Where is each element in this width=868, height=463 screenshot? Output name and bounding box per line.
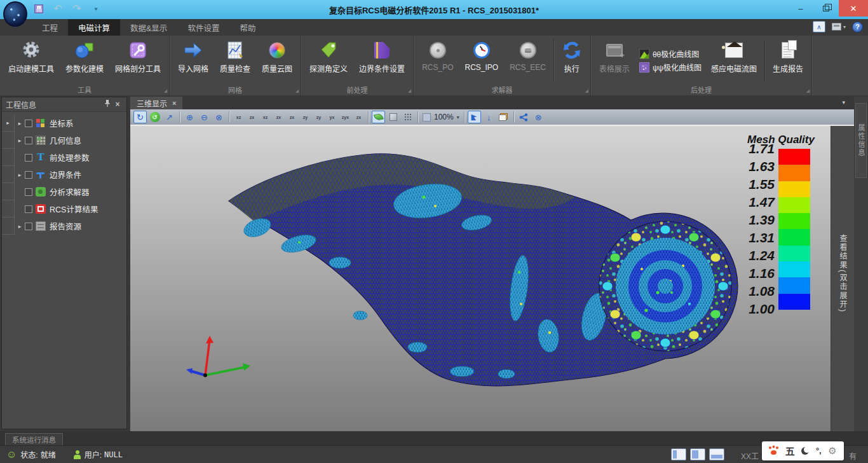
dialog-launcher-icon[interactable]: ◢ <box>806 88 810 93</box>
wireframe-mode-button[interactable] <box>386 111 400 123</box>
view-right-button[interactable]: zx <box>273 111 285 123</box>
checkbox[interactable] <box>25 154 32 162</box>
checkbox[interactable] <box>25 137 32 144</box>
close-tab-icon[interactable]: × <box>172 99 176 107</box>
view-left-button[interactable]: xz <box>259 111 271 123</box>
ime-settings-gear-icon[interactable]: ⚙ <box>828 445 836 457</box>
row-selector[interactable] <box>2 166 15 183</box>
tab-em-computation[interactable]: 电磁计算 <box>68 19 120 36</box>
zoom-out-button[interactable]: ⊖ <box>198 111 211 123</box>
expander-icon[interactable]: ▸ <box>15 120 25 127</box>
layout-bottom-panel-button[interactable] <box>709 448 724 460</box>
app-logo-icon[interactable] <box>3 1 27 27</box>
rotate-view-button[interactable]: ↻ <box>133 111 147 123</box>
launch-modeling-tool-button[interactable]: 启动建模工具 <box>3 37 60 84</box>
expander-icon[interactable]: ▸ <box>15 223 25 230</box>
ime-paw-icon[interactable] <box>769 446 778 455</box>
view-bottom-button[interactable]: zy <box>299 111 311 123</box>
ime-punctuation[interactable]: °, <box>816 446 822 455</box>
orbit-button[interactable]: ↺ <box>148 111 161 123</box>
tree-item-coordinate-system[interactable]: ▸ ▸ 坐标系 <box>2 114 126 132</box>
row-selector[interactable] <box>2 200 15 218</box>
psi-polarization-curve-button[interactable]: ψψ极化曲线图 <box>639 62 702 73</box>
rcs-po-button[interactable]: RCS_PO <box>416 37 459 84</box>
display-style-button[interactable]: ▾ <box>832 23 846 31</box>
expander-icon[interactable]: ▸ <box>15 137 25 144</box>
system-messages-tab[interactable]: 系统运行消息 <box>5 433 63 445</box>
layout-wide-left-button[interactable] <box>690 448 705 460</box>
share-button[interactable] <box>517 111 531 123</box>
restore-button[interactable] <box>813 0 839 17</box>
dialog-launcher-icon[interactable]: ◢ <box>295 88 299 93</box>
view-iso1-button[interactable]: zy <box>313 111 325 123</box>
ime-toolbar[interactable]: 五 °, ⚙ <box>762 441 844 460</box>
tree-item-rcs-results[interactable]: RCS计算结果 <box>2 200 126 218</box>
tree-item-boundary-conditions[interactable]: ▸ 边界条件 <box>2 166 126 183</box>
properties-collapsed-tab[interactable]: 属性信息 <box>855 103 867 178</box>
quality-check-button[interactable]: 质量检查 <box>214 37 256 84</box>
row-selector[interactable] <box>2 218 15 235</box>
tab-help[interactable]: 帮助 <box>229 19 266 36</box>
ime-moon-icon[interactable] <box>801 447 809 455</box>
zoom-in-button[interactable]: ⊕ <box>183 111 196 123</box>
ime-input-mode[interactable]: 五 <box>785 444 795 457</box>
row-selector[interactable]: ▸ <box>2 114 15 132</box>
view-back-button[interactable]: zx <box>246 111 258 123</box>
parametric-modeling-button[interactable]: 参数化建模 <box>60 37 109 84</box>
checkbox[interactable] <box>25 120 32 127</box>
tab-list-dropdown-icon[interactable]: ▾ <box>842 99 845 106</box>
results-collapsed-panel[interactable]: 查看结果(双击展开) <box>831 126 854 431</box>
view-iso4-button[interactable]: zx <box>353 111 365 123</box>
zoom-fit-button[interactable]: ⊗ <box>212 111 226 123</box>
expander-icon[interactable]: ▸ <box>15 172 25 178</box>
table-display-button[interactable]: 表格展示 <box>593 37 635 84</box>
tab-data-display[interactable]: 数据&显示 <box>120 19 177 36</box>
dialog-launcher-icon[interactable]: ◢ <box>585 88 588 93</box>
boundary-condition-button[interactable]: 边界条件设置 <box>353 37 410 84</box>
rcs-eec-button[interactable]: RCS_EEC <box>504 37 552 84</box>
checkbox[interactable] <box>25 223 32 230</box>
layout-left-panel-button[interactable] <box>671 448 686 460</box>
row-selector[interactable] <box>2 149 15 166</box>
row-selector[interactable] <box>2 132 15 149</box>
dialog-launcher-icon[interactable]: ◢ <box>408 88 411 93</box>
quality-contour-button[interactable]: 质量云图 <box>256 37 298 84</box>
dialog-launcher-icon[interactable]: ◢ <box>164 88 167 93</box>
help-button[interactable]: ? <box>852 22 863 32</box>
induced-current-map-button[interactable]: 感应电磁流图 <box>705 37 763 84</box>
pan-zoom-button[interactable]: ↗ <box>163 111 176 123</box>
row-selector[interactable] <box>2 183 15 200</box>
checkbox[interactable] <box>25 188 32 196</box>
tree-item-analysis-solver[interactable]: 分析求解器 <box>2 183 126 200</box>
shaded-mode-button[interactable] <box>372 111 385 123</box>
probe-angle-button[interactable]: 探测角定义 <box>304 37 353 84</box>
close-icon[interactable]: × <box>112 100 123 109</box>
zoom-level-control[interactable]: 100% ▾ <box>423 113 459 121</box>
rcs-ipo-button[interactable]: RCS_IPO <box>459 37 504 84</box>
import-mesh-button[interactable]: 导入网格 <box>172 37 214 84</box>
cascade-windows-button[interactable] <box>497 111 510 123</box>
close-view-button[interactable]: ⊗ <box>532 111 545 123</box>
3d-viewport[interactable]: Mesh Quality 1.71 1.63 1.55 1.47 1.39 1.… <box>130 126 831 431</box>
tree-item-preprocess-params[interactable]: T 前处理参数 <box>2 149 126 166</box>
mesh-partition-tool-button[interactable]: 网格剖分工具 <box>109 37 166 84</box>
pin-icon[interactable] <box>102 99 112 109</box>
tab-3d-display[interactable]: 三维显示 × <box>130 97 182 109</box>
close-button[interactable]: ✕ <box>839 0 868 17</box>
minimize-button[interactable]: – <box>788 0 813 17</box>
checkbox[interactable] <box>25 171 32 179</box>
download-view-button[interactable]: ↓ <box>482 111 496 123</box>
view-iso2-button[interactable]: yx <box>326 111 338 123</box>
tree-item-geometry-info[interactable]: ▸ 几何信息 <box>2 132 126 149</box>
tab-project[interactable]: 工程 <box>32 19 68 36</box>
checkbox[interactable] <box>25 205 32 213</box>
points-mode-button[interactable] <box>401 111 414 123</box>
view-top-button[interactable]: zx <box>286 111 298 123</box>
tab-software-settings[interactable]: 软件设置 <box>177 19 229 36</box>
view-iso3-button[interactable]: zyx <box>339 111 351 123</box>
theta-polarization-curve-button[interactable]: θθ极化曲线图 <box>639 48 702 59</box>
ribbon-collapse-button[interactable]: ∧ <box>813 21 825 32</box>
generate-report-button[interactable]: 生成报告 <box>767 37 809 84</box>
tree-item-report-resources[interactable]: ▸ 报告资源 <box>2 218 126 235</box>
select-cursor-button[interactable] <box>468 111 481 123</box>
